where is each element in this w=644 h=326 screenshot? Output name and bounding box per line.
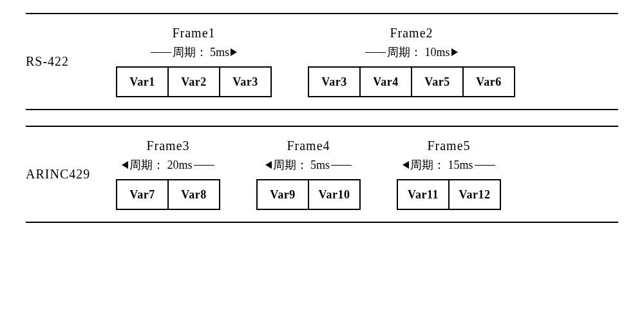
- arrow-left-icon: [402, 161, 409, 169]
- arrow-right-icon: [451, 48, 458, 56]
- var-row: Var3 Var4 Var5 Var6: [308, 66, 515, 97]
- protocol-text: ARINC429: [26, 167, 90, 182]
- diagram-row-arinc429: ARINC429 Frame3 周期： 20ms Var7 Var8 Fram: [26, 126, 618, 223]
- line-segment-icon: [151, 52, 171, 53]
- var-cell: Var5: [411, 66, 464, 97]
- period-prefix: 周期：: [129, 157, 164, 173]
- period-prefix: 周期：: [387, 44, 422, 60]
- var-cell: Var8: [167, 179, 220, 210]
- var-cell: Var9: [256, 179, 309, 210]
- var-cell: Var11: [397, 179, 450, 210]
- frame-block-frame2: Frame2 周期： 10ms Var3 Var4 Var5 Var6: [308, 26, 515, 97]
- var-cell: Var6: [462, 66, 515, 97]
- period-value: 15ms: [448, 158, 473, 172]
- var-cell: Var10: [308, 179, 361, 210]
- period-value: 20ms: [167, 158, 192, 172]
- frame-block-frame5: Frame5 周期： 15ms Var11 Var12: [397, 139, 501, 210]
- row-flex: RS-422 Frame1 周期： 5ms Var1 Var2 Var3: [26, 26, 618, 97]
- period-value: 10ms: [424, 46, 450, 59]
- var-row: Var9 Var10: [256, 179, 361, 210]
- arrow-left-icon: [122, 161, 128, 169]
- var-cell: Var3: [308, 66, 361, 97]
- period-row: 周期： 5ms: [151, 44, 237, 60]
- line-segment-icon: [475, 165, 495, 166]
- frames-area: Frame1 周期： 5ms Var1 Var2 Var3 Frame2: [116, 26, 618, 97]
- line-segment-icon: [365, 52, 386, 53]
- var-cell: Var4: [359, 66, 412, 97]
- frame-title: Frame4: [287, 139, 330, 153]
- line-segment-icon: [331, 165, 352, 166]
- frame-title: Frame2: [390, 26, 433, 41]
- var-cell: Var1: [116, 66, 169, 97]
- frame-block-frame4: Frame4 周期： 5ms Var9 Var10: [256, 139, 361, 210]
- arrow-left-icon: [265, 161, 272, 169]
- var-row: Var11 Var12: [397, 179, 501, 210]
- var-cell: Var12: [448, 179, 501, 210]
- protocol-label: ARINC429: [26, 139, 116, 210]
- var-row: Var1 Var2 Var3: [116, 66, 272, 97]
- period-value: 5ms: [210, 46, 229, 59]
- arrow-right-icon: [231, 48, 237, 56]
- frame-title: Frame5: [427, 139, 470, 153]
- frame-block-frame3: Frame3 周期： 20ms Var7 Var8: [116, 139, 220, 210]
- period-prefix: 周期：: [273, 157, 308, 173]
- period-value: 5ms: [310, 158, 330, 172]
- period-row: 周期： 5ms: [265, 157, 352, 173]
- protocol-label: RS-422: [26, 26, 116, 97]
- var-cell: Var2: [167, 66, 220, 97]
- row-flex: ARINC429 Frame3 周期： 20ms Var7 Var8 Fram: [26, 139, 618, 210]
- period-row: 周期： 20ms: [122, 157, 214, 173]
- line-segment-icon: [194, 165, 214, 166]
- frames-area: Frame3 周期： 20ms Var7 Var8 Frame4 周期：: [116, 139, 618, 210]
- frame-title: Frame1: [172, 26, 215, 41]
- period-row: 周期： 10ms: [365, 44, 457, 60]
- var-cell: Var3: [219, 66, 272, 97]
- period-row: 周期： 15ms: [402, 157, 495, 173]
- frame-title: Frame3: [146, 139, 189, 153]
- period-prefix: 周期：: [173, 44, 207, 60]
- protocol-text: RS-422: [26, 54, 69, 69]
- diagram-row-rs422: RS-422 Frame1 周期： 5ms Var1 Var2 Var3: [26, 13, 618, 110]
- frame-block-frame1: Frame1 周期： 5ms Var1 Var2 Var3: [116, 26, 272, 97]
- var-row: Var7 Var8: [116, 179, 220, 210]
- period-prefix: 周期：: [410, 157, 445, 173]
- var-cell: Var7: [116, 179, 169, 210]
